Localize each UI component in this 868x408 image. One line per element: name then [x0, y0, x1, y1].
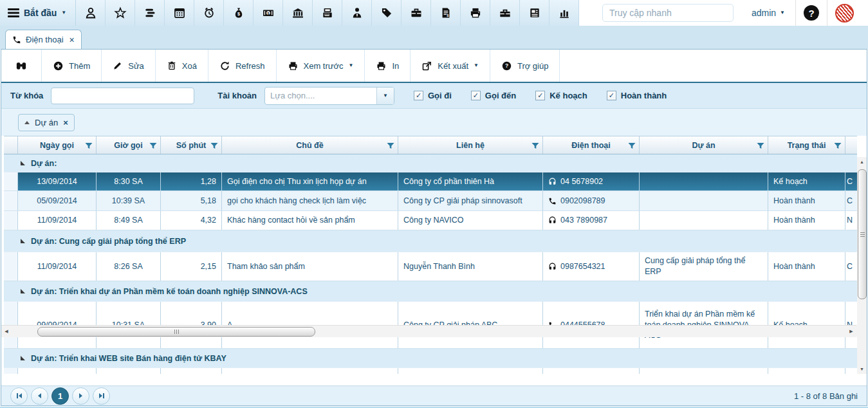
filter-funnel-icon[interactable]: [834, 142, 842, 149]
add-button[interactable]: Thêm: [42, 50, 102, 82]
user-menu[interactable]: admin ▼: [752, 8, 785, 18]
account-select[interactable]: Lựa chọn.... ▼: [264, 87, 394, 105]
horizontal-scrollbar[interactable]: ◀ ▶: [1, 325, 856, 337]
header-gio-goi[interactable]: Giờ gọi: [97, 136, 161, 154]
keyword-label: Từ khóa: [10, 91, 43, 100]
table-row[interactable]: 13/09/2014 8:30 SA 1,28 Gọi điện cho chị…: [4, 172, 857, 191]
scroll-left-icon[interactable]: ◀: [1, 326, 12, 337]
topbar-icon-fax[interactable]: [461, 0, 490, 26]
header-dien-thoai[interactable]: Điện thoại: [543, 136, 640, 154]
topbar-icon-alarm[interactable]: [194, 0, 224, 26]
combo-arrow-button[interactable]: ▼: [376, 88, 394, 104]
topbar-icon-tasks[interactable]: [135, 0, 165, 26]
table-row[interactable]: 11/09/2014 8:26 SA 2,15 Tham khảo sản ph…: [4, 252, 857, 281]
print-button[interactable]: In: [365, 50, 411, 82]
scroll-up-icon[interactable]: ▲: [857, 157, 867, 167]
checkbox-checked-icon[interactable]: [414, 91, 423, 100]
topbar-icon-money-bag[interactable]: $: [224, 0, 254, 26]
header-du-an[interactable]: Dự án: [640, 136, 768, 154]
print-button-label: In: [392, 61, 399, 71]
scroll-down-icon[interactable]: ▼: [857, 364, 867, 374]
tab-dien-thoai[interactable]: Điện thoại ×: [5, 30, 82, 49]
group-collapse-icon[interactable]: [21, 356, 25, 360]
cell-minutes: 5,18: [161, 191, 222, 210]
topbar: Bắt đầu ▼ $ $ $ admin ▼ ?: [0, 0, 868, 26]
cell-date: 11/09/2014: [18, 252, 97, 281]
pager-last-button[interactable]: [93, 387, 110, 405]
export-button[interactable]: Kết xuất ▼: [411, 50, 490, 82]
phone-icon: [12, 35, 21, 44]
filter-funnel-icon[interactable]: [757, 142, 764, 149]
help-button[interactable]: ?: [804, 5, 819, 21]
table-row[interactable]: 11/09/2014 8:49 SA 4,32 Khác hàng contac…: [4, 211, 857, 230]
tab-close-icon[interactable]: ×: [69, 35, 75, 44]
topbar-icon-bar-chart[interactable]: [549, 0, 579, 26]
quick-access-input[interactable]: [602, 4, 734, 22]
topbar-icon-invoice[interactable]: $: [431, 0, 461, 26]
clipped-row: [4, 368, 857, 374]
filter-funnel-icon[interactable]: [628, 142, 636, 149]
group-header[interactable]: Dự án: Triển khai dự án Phần mềm kế toán…: [4, 281, 857, 302]
pager-page-1[interactable]: 1: [51, 387, 69, 405]
group-collapse-icon[interactable]: [21, 239, 25, 243]
help-toolbar-button[interactable]: ? Trợ giúp: [490, 50, 560, 82]
pager-first-button[interactable]: [10, 387, 28, 405]
refresh-button[interactable]: Refresh: [208, 50, 277, 82]
cell-phone: 043 7890987: [543, 211, 640, 230]
header-so-phut[interactable]: Số phút: [161, 136, 222, 154]
filter-funnel-icon[interactable]: [387, 142, 394, 149]
group-header[interactable]: Dự án: Triển khai WEB site Bán hàng điện…: [4, 349, 857, 368]
header-ngay-goi[interactable]: Ngày gọi: [18, 136, 97, 154]
topbar-icon-favorites[interactable]: [106, 0, 135, 26]
group-header[interactable]: Dự án: Cung cấp giải pháp tổng thể ERP: [4, 230, 857, 252]
start-menu-button[interactable]: Bắt đầu ▼: [0, 0, 76, 26]
group-chip-du-an[interactable]: Dự án ×: [18, 114, 75, 131]
checkbox-goi-den[interactable]: Gọi đến: [471, 91, 516, 100]
cell-subject: Gọi điện cho chị Thu xin lịch họp dự án: [222, 172, 398, 190]
horizontal-scroll-thumb[interactable]: [37, 327, 315, 337]
scroll-right-icon[interactable]: ▶: [846, 326, 856, 337]
preview-button[interactable]: Xem trước ▼: [277, 50, 365, 82]
vertical-scroll-thumb[interactable]: [858, 169, 867, 299]
filter-funnel-icon[interactable]: [149, 142, 157, 149]
topbar-icon-user[interactable]: [76, 0, 106, 26]
topbar-icon-banknote[interactable]: $: [254, 0, 283, 26]
keyword-input[interactable]: [51, 88, 194, 104]
filter-funnel-icon[interactable]: [85, 142, 93, 149]
vertical-scrollbar[interactable]: ▲ ▼: [857, 157, 867, 374]
pager-next-button[interactable]: [72, 387, 89, 405]
header-chu-de[interactable]: Chủ đề: [222, 136, 398, 154]
topbar-icon-cash-register[interactable]: [313, 0, 342, 26]
group-collapse-icon[interactable]: [21, 289, 25, 293]
checkbox-checked-icon[interactable]: [471, 91, 481, 100]
account-label: Tài khoản: [217, 91, 257, 100]
delete-button-label: Xoá: [182, 61, 197, 71]
search-button[interactable]: [1, 50, 42, 82]
topbar-icon-calendar[interactable]: [165, 0, 194, 26]
filter-funnel-icon[interactable]: [210, 142, 218, 149]
filter-funnel-icon[interactable]: [531, 142, 539, 149]
checkbox-checked-icon[interactable]: [535, 91, 545, 100]
topbar-icon-businessman[interactable]: [342, 0, 372, 26]
add-circle-icon: [53, 60, 64, 71]
checkbox-checked-icon[interactable]: [607, 91, 616, 100]
delete-button[interactable]: Xoá: [156, 50, 208, 82]
table-row[interactable]: 05/09/2014 10:39 SA 5,18 gọi cho khách h…: [4, 191, 857, 211]
group-header[interactable]: Dự án:: [4, 154, 857, 172]
topbar-icon-briefcase[interactable]: [402, 0, 431, 26]
pager-prev-button[interactable]: [31, 387, 48, 405]
checkbox-ke-hoach[interactable]: Kế hoạch: [535, 91, 587, 100]
grid-body: Dự án: 13/09/2014 8:30 SA 1,28 Gọi điện …: [4, 154, 857, 374]
header-trang-thai[interactable]: Trạng thái: [768, 136, 845, 154]
edit-button[interactable]: Sửa: [102, 50, 156, 82]
checkbox-goi-di[interactable]: Gọi đi: [414, 91, 452, 100]
topbar-icon-news[interactable]: [520, 0, 549, 26]
chip-close-icon[interactable]: ×: [63, 118, 68, 127]
group-collapse-icon[interactable]: [21, 161, 25, 165]
checkbox-hoan-thanh[interactable]: Hoàn thành: [607, 91, 667, 100]
header-lien-he[interactable]: Liên hệ: [398, 136, 543, 154]
row-indicator: [4, 252, 18, 281]
topbar-icon-bank[interactable]: [283, 0, 313, 26]
topbar-icon-toolbox[interactable]: [490, 0, 520, 26]
topbar-icon-tag[interactable]: [372, 0, 402, 26]
